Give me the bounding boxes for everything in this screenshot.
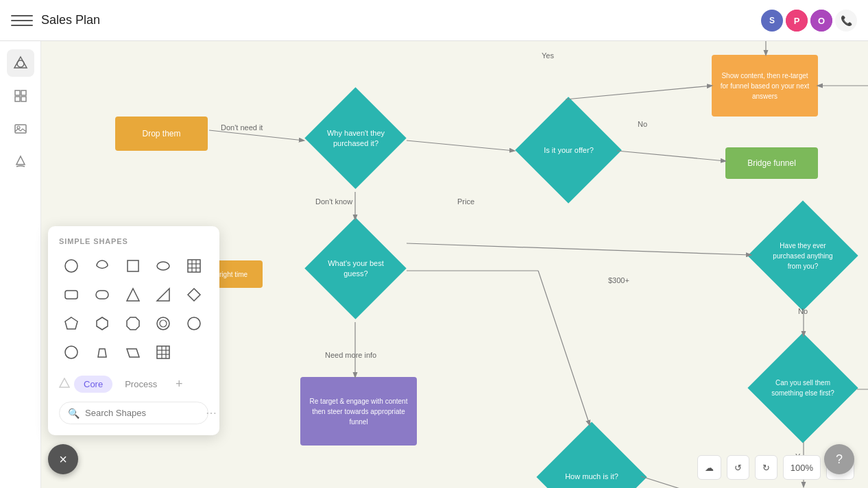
hamburger-menu[interactable]: [11, 10, 33, 32]
search-bar: 🔍 ⋯: [59, 402, 208, 424]
shape-panel: SIMPLE SHAPES: [48, 226, 219, 435]
label-dont-know: Don't know: [315, 197, 352, 206]
image-sidebar-icon[interactable]: [7, 115, 34, 143]
shape-circle-3[interactable]: [182, 311, 206, 336]
collaborators: S P O 📞: [761, 10, 857, 32]
bridge-funnel-node[interactable]: Bridge funnel: [725, 147, 818, 179]
why-havent-label: Why haven't they purchased it?: [325, 128, 387, 149]
svg-rect-32: [188, 260, 200, 272]
shape-circle-2[interactable]: [151, 311, 176, 336]
svg-marker-12: [16, 156, 25, 164]
whats-best-guess-label: What's your best guess?: [325, 258, 387, 280]
shape-parallelogram[interactable]: [121, 340, 145, 365]
svg-rect-30: [128, 260, 138, 271]
shape-rounded-rect-2[interactable]: [90, 282, 114, 307]
panel-tabs: Core Process +: [59, 374, 208, 393]
svg-point-11: [17, 126, 20, 129]
label-300plus: $300+: [608, 276, 629, 284]
document-title: Sales Plan: [41, 13, 753, 27]
svg-rect-7: [21, 90, 26, 95]
redo-button[interactable]: ↻: [755, 455, 777, 480]
tab-add-button[interactable]: +: [169, 374, 189, 393]
avatar-p[interactable]: P: [786, 10, 808, 32]
drop-them-node[interactable]: Drop them: [115, 117, 208, 151]
undo-button[interactable]: ↺: [727, 455, 749, 480]
have-they-purchased-node[interactable]: Have they ever purchased anything from y…: [747, 200, 858, 311]
shape-arc[interactable]: [90, 254, 114, 278]
is-your-offer-label: Is it your offer?: [538, 145, 600, 156]
draw-sidebar-icon[interactable]: [7, 148, 34, 175]
svg-marker-40: [157, 289, 169, 301]
svg-marker-4: [14, 57, 27, 68]
svg-rect-10: [15, 125, 26, 133]
grid-sidebar-icon[interactable]: [7, 82, 34, 110]
cloud-button[interactable]: ☁: [697, 455, 721, 480]
label-no-2: No: [798, 307, 808, 315]
shape-circle-4[interactable]: [59, 340, 84, 365]
tab-core[interactable]: Core: [74, 376, 112, 393]
can-you-sell-node[interactable]: Can you sell them something else first?: [747, 332, 858, 443]
svg-rect-51: [157, 346, 169, 358]
shape-circle[interactable]: [59, 254, 84, 278]
svg-rect-38: [96, 291, 108, 299]
why-havent-node[interactable]: Why haven't they purchased it?: [305, 88, 407, 189]
shape-square[interactable]: [121, 254, 145, 278]
help-button[interactable]: ?: [824, 444, 854, 474]
svg-line-16: [407, 141, 514, 151]
shapes-tab-icon: [59, 378, 70, 391]
svg-line-21: [538, 271, 590, 425]
label-need-more: Need more info: [325, 351, 376, 359]
svg-point-5: [17, 60, 24, 67]
avatar-s[interactable]: S: [761, 10, 783, 32]
shape-ellipse[interactable]: [151, 254, 176, 278]
search-input[interactable]: [85, 408, 200, 418]
svg-marker-56: [60, 378, 69, 387]
whats-best-guess-node[interactable]: What's your best guess?: [305, 218, 407, 319]
have-they-purchased-label: Have they ever purchased anything from y…: [771, 241, 836, 271]
retarget-node[interactable]: Re target & engage with content then ste…: [300, 377, 417, 446]
shape-rounded-rect[interactable]: [59, 282, 84, 307]
retarget-label: Re target & engage with content then ste…: [307, 396, 410, 427]
header: Sales Plan S P O 📞: [0, 0, 868, 41]
avatar-o[interactable]: O: [810, 10, 832, 32]
svg-line-26: [641, 476, 695, 488]
help-icon: ?: [836, 452, 843, 467]
shape-hexagon[interactable]: [90, 311, 114, 336]
panel-title: SIMPLE SHAPES: [59, 237, 208, 245]
svg-marker-42: [65, 317, 77, 329]
svg-marker-50: [127, 349, 139, 357]
svg-rect-37: [65, 291, 77, 299]
how-much-node[interactable]: How much is it?: [536, 422, 647, 488]
how-much-label: How much is it?: [559, 472, 625, 482]
svg-rect-9: [21, 97, 26, 101]
tab-process[interactable]: Process: [115, 376, 167, 393]
cloud-icon: ☁: [705, 463, 714, 473]
call-button[interactable]: 📞: [835, 10, 857, 32]
label-yes-1: Yes: [542, 51, 554, 60]
show-content-node[interactable]: Show content, then re-target for funnel …: [712, 55, 818, 117]
fab-button[interactable]: ×: [48, 444, 78, 474]
shape-pentagon[interactable]: [59, 311, 84, 336]
svg-line-18: [617, 151, 725, 161]
shape-diamond[interactable]: [182, 282, 206, 307]
shape-trapezoid[interactable]: [90, 340, 114, 365]
label-dont-need: Don't need it: [221, 123, 263, 132]
shapes-grid: [59, 254, 208, 365]
shape-triangle[interactable]: [121, 282, 145, 307]
svg-line-14: [209, 130, 304, 141]
svg-marker-41: [188, 289, 200, 301]
shapes-sidebar-icon[interactable]: [7, 49, 34, 77]
svg-marker-44: [127, 317, 139, 330]
is-your-offer-node[interactable]: Is it your offer?: [516, 97, 622, 204]
shape-grid[interactable]: [151, 340, 176, 365]
zoom-display[interactable]: 100%: [783, 455, 821, 480]
search-more-icon[interactable]: ⋯: [206, 406, 217, 419]
svg-marker-43: [97, 317, 108, 330]
bridge-funnel-label: Bridge funnel: [747, 158, 796, 168]
shape-right-triangle[interactable]: [151, 282, 176, 307]
svg-point-29: [65, 260, 77, 272]
label-no-1: No: [638, 120, 647, 128]
svg-text:P: P: [794, 16, 800, 26]
shape-table[interactable]: [182, 254, 206, 278]
shape-octagon[interactable]: [121, 311, 145, 336]
